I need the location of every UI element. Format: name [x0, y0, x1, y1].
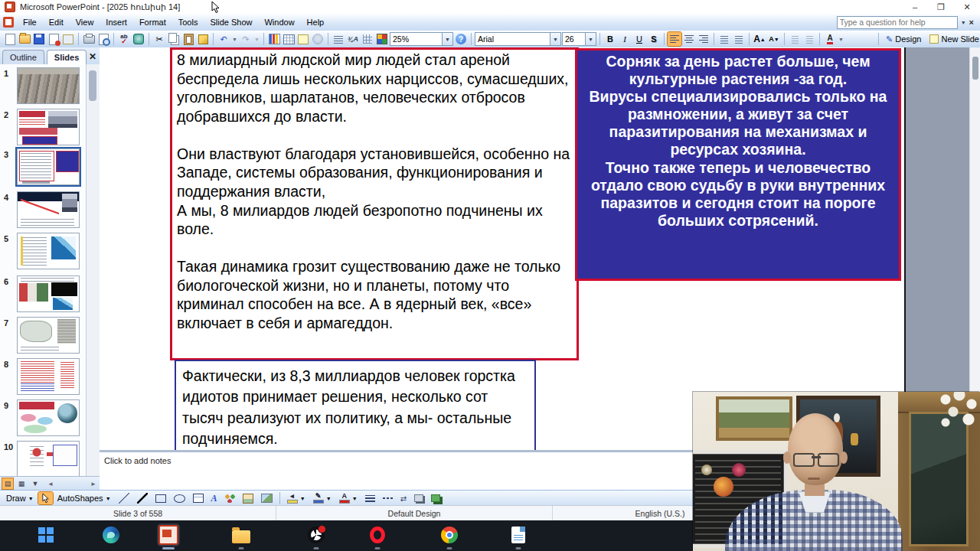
menu-format[interactable]: Format [133, 15, 172, 29]
italic-button[interactable]: I [618, 32, 632, 46]
help-icon[interactable]: ? [454, 32, 468, 46]
decrease-indent-icon[interactable] [788, 32, 802, 46]
color-schemes-icon[interactable] [375, 32, 389, 46]
increase-font-icon[interactable]: A▲ [753, 32, 766, 46]
start-button-icon[interactable] [34, 523, 57, 546]
powerpoint-taskbar-icon[interactable] [157, 523, 180, 546]
oval-tool-icon[interactable] [171, 492, 188, 504]
line-style-icon[interactable] [362, 492, 378, 504]
print-preview-icon[interactable] [96, 32, 110, 46]
zoom-dropdown-icon[interactable]: ▼ [442, 33, 452, 45]
slide-thumbnail-1[interactable] [17, 67, 80, 104]
help-dropdown-icon[interactable]: ▼ [961, 20, 966, 25]
design-button[interactable]: ✎Design [882, 32, 925, 46]
panel-scrollbar[interactable] [86, 64, 100, 476]
slide-textbox-bottom[interactable]: Фактически, из 8,3 миллиардов человек го… [175, 360, 536, 450]
rectangle-tool-icon[interactable] [152, 492, 169, 504]
open-icon[interactable] [18, 32, 31, 46]
slide-thumbnail-6[interactable] [17, 276, 80, 312]
draw-font-color-icon[interactable]: A ▼ [336, 492, 361, 504]
font-name-combobox[interactable]: Arial▼ [475, 32, 561, 46]
menu-edit[interactable]: Edit [43, 15, 70, 29]
slide-thumbnail-10[interactable] [17, 441, 80, 476]
arrow-style-icon[interactable]: ⇄ [397, 492, 410, 504]
panel-close-icon[interactable]: ✕ [89, 51, 96, 62]
dash-style-icon[interactable] [380, 492, 396, 504]
slide-thumbnail-3-selected[interactable] [17, 148, 80, 185]
status-design-name[interactable]: Default Design [276, 506, 553, 521]
print-icon[interactable] [82, 32, 96, 46]
minimize-button[interactable]: – [902, 0, 928, 14]
select-objects-icon[interactable] [38, 492, 53, 504]
format-painter-icon[interactable] [196, 32, 210, 46]
bullets-icon[interactable] [732, 32, 746, 46]
slide-thumbnail-2[interactable] [17, 109, 80, 145]
vertical-scrollbar[interactable] [969, 47, 980, 450]
undo-dropdown-icon[interactable]: ▼ [231, 32, 238, 46]
numbering-icon[interactable] [717, 32, 731, 46]
font-size-combobox[interactable]: 26▼ [562, 32, 596, 46]
3d-style-icon[interactable] [428, 492, 443, 504]
tab-outline[interactable]: Outline [2, 50, 44, 64]
paste-icon[interactable] [181, 32, 195, 46]
slide-thumbnail-9[interactable] [17, 399, 80, 436]
permission-icon[interactable] [47, 32, 60, 46]
line-color-icon[interactable]: ✎ ▼ [310, 492, 335, 504]
redo-icon[interactable]: ↷ [239, 32, 253, 46]
new-document-icon[interactable] [3, 32, 17, 46]
opera-icon[interactable] [366, 523, 389, 546]
save-icon[interactable] [32, 32, 46, 46]
restore-button[interactable]: ❐ [928, 0, 954, 14]
autoshapes-menu-button[interactable]: AutoShapes ▼ [54, 492, 114, 504]
menu-file[interactable]: File [17, 15, 43, 29]
textbox-tool-icon[interactable] [190, 492, 207, 504]
fill-color-icon[interactable]: ◂ ▼ [284, 492, 309, 504]
slideshow-view-button[interactable]: ▼ [29, 478, 41, 490]
align-right-button[interactable] [697, 32, 710, 46]
email-icon[interactable] [61, 32, 75, 46]
slide-textbox-main[interactable]: 8 милиардный людской мир людей стал арен… [170, 47, 579, 360]
grid-icon[interactable] [361, 32, 374, 46]
font-size-dropdown-icon[interactable]: ▼ [585, 33, 596, 45]
shadow-style-icon[interactable] [411, 492, 426, 504]
close-button[interactable]: ✕ [954, 0, 980, 14]
diagram-icon[interactable] [222, 492, 238, 504]
line-tool-icon[interactable] [116, 492, 132, 504]
menu-view[interactable]: View [70, 15, 100, 29]
menu-tools[interactable]: Tools [172, 15, 204, 29]
chrome-icon[interactable] [438, 523, 461, 546]
slide-thumbnail-8[interactable] [17, 358, 80, 395]
wordart-icon[interactable]: A [208, 492, 220, 504]
helpbox-close-icon[interactable]: × [969, 18, 974, 27]
document-editor-icon[interactable] [507, 523, 530, 546]
menu-help[interactable]: Help [301, 15, 331, 29]
show-formatting-icon[interactable]: ¾A [346, 32, 360, 46]
arrow-tool-icon[interactable] [134, 492, 151, 504]
decrease-font-icon[interactable]: A▼ [767, 32, 781, 46]
copy-icon[interactable] [167, 32, 181, 46]
align-left-button[interactable] [668, 32, 681, 46]
tables-borders-icon[interactable] [296, 32, 310, 46]
slide-thumbnail-7[interactable] [17, 317, 80, 354]
slide-thumbnail-5[interactable] [17, 233, 80, 269]
normal-view-button[interactable]: ▤ [2, 478, 14, 490]
insert-table-icon[interactable] [282, 32, 296, 46]
menu-insert[interactable]: Insert [100, 15, 133, 29]
menu-window[interactable]: Window [258, 15, 300, 29]
font-color-icon[interactable]: A [823, 32, 837, 46]
slide-textbox-blue[interactable]: Сорняк за день растет больше, чем культу… [575, 48, 901, 281]
scroll-left-icon[interactable]: ◄ [47, 481, 54, 487]
menu-slideshow[interactable]: Slide Show [204, 15, 258, 29]
undo-icon[interactable]: ↶ [217, 32, 230, 46]
file-explorer-icon[interactable] [230, 523, 253, 546]
redo-dropdown-icon[interactable]: ▼ [253, 32, 260, 46]
slide-thumbnail-4[interactable] [17, 191, 80, 228]
font-color-dropdown-icon[interactable]: ▼ [838, 32, 844, 46]
increase-indent-icon[interactable] [802, 32, 816, 46]
insert-picture-icon[interactable] [258, 492, 276, 504]
slide-sorter-view-button[interactable]: ▦ [15, 478, 28, 490]
zoom-combobox[interactable]: 25%▼ [390, 32, 453, 46]
tab-slides[interactable]: Slides [47, 50, 87, 64]
new-slide-button[interactable]: New Slide [926, 32, 980, 46]
cut-icon[interactable]: ✂ [152, 32, 166, 46]
